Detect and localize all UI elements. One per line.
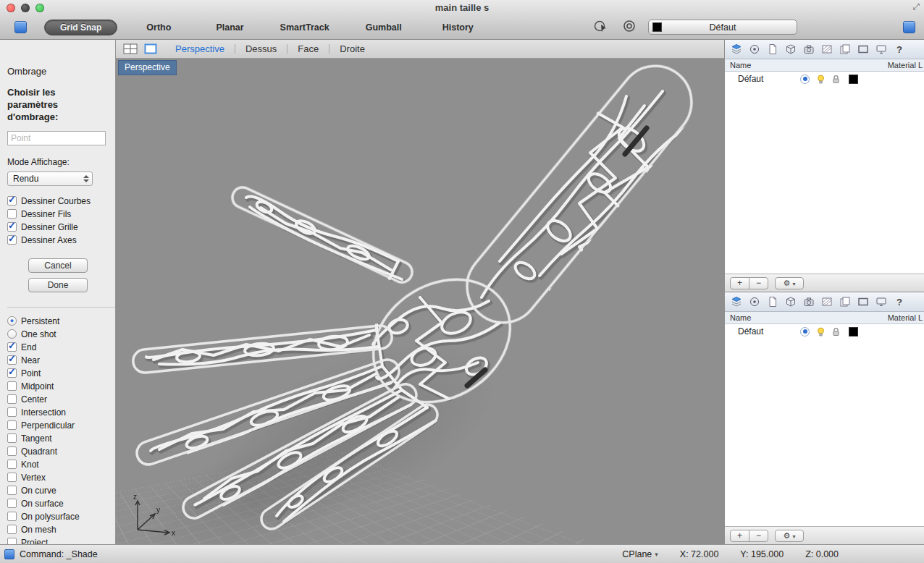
add-layer-button[interactable]: + bbox=[730, 277, 749, 289]
shade-param-input[interactable] bbox=[7, 131, 106, 145]
tab-dessus[interactable]: Dessus bbox=[245, 43, 277, 54]
tab-separator bbox=[329, 44, 329, 54]
layers-panel-top: ? Name Material L Défaut bbox=[725, 40, 924, 292]
osnap-end[interactable]: ✓ End bbox=[7, 341, 115, 354]
tab-separator bbox=[235, 44, 235, 54]
current-layer-icon[interactable] bbox=[800, 327, 810, 336]
camera-icon[interactable] bbox=[801, 295, 817, 308]
osnap-on-mesh[interactable]: On mesh bbox=[7, 523, 115, 536]
shade-option-draw-axes[interactable]: ✓ Dessiner Axes bbox=[7, 234, 115, 247]
tab-droite[interactable]: Droite bbox=[340, 43, 365, 54]
cube-icon[interactable] bbox=[783, 43, 799, 56]
checkbox-icon: ✓ bbox=[7, 342, 17, 352]
target-icon[interactable] bbox=[747, 295, 763, 308]
left-panel-toggle-icon[interactable] bbox=[14, 21, 27, 33]
cancel-button[interactable]: Cancel bbox=[28, 258, 88, 273]
right-sidebar: ? Name Material L Défaut bbox=[724, 40, 924, 544]
viewport-title-badge[interactable]: Perspective bbox=[118, 60, 177, 75]
shade-prompt: Choisir les paramètres d'ombrage: bbox=[7, 87, 101, 124]
main-area: Ombrage Choisir les paramètres d'ombrage… bbox=[0, 40, 924, 544]
osnap-vertex[interactable]: Vertex bbox=[7, 471, 115, 484]
osnap-project[interactable]: Project bbox=[7, 536, 115, 544]
layer-row[interactable]: Défaut bbox=[725, 72, 924, 86]
osnap-knot[interactable]: Knot bbox=[7, 458, 115, 471]
active-layer-selector[interactable]: Défaut bbox=[648, 20, 797, 35]
viewport-column: Perspective Dessus Face Droite Perspecti… bbox=[116, 40, 724, 544]
layers-icon[interactable] bbox=[728, 295, 744, 308]
shade-option-draw-grid[interactable]: ✓ Dessiner Grille bbox=[7, 221, 115, 234]
lightbulb-icon[interactable] bbox=[816, 327, 826, 336]
ortho-toggle[interactable]: Ortho bbox=[146, 22, 171, 33]
smarttrack-toggle[interactable]: SmartTrack bbox=[280, 22, 329, 33]
minimize-button[interactable] bbox=[21, 4, 30, 12]
pointer-circle-icon[interactable] bbox=[593, 20, 608, 35]
current-layer-icon[interactable] bbox=[800, 75, 810, 84]
frame-icon[interactable] bbox=[855, 295, 871, 308]
lock-icon[interactable] bbox=[832, 327, 840, 336]
osnap-near[interactable]: ✓ Near bbox=[7, 354, 115, 367]
display-icon[interactable] bbox=[873, 295, 889, 308]
layers-icon[interactable] bbox=[728, 43, 744, 56]
osnap-tangent[interactable]: Tangent bbox=[7, 432, 115, 445]
layer-row[interactable]: Défaut bbox=[725, 324, 924, 339]
history-toggle[interactable]: History bbox=[442, 22, 474, 33]
osnap-midpoint[interactable]: Midpoint bbox=[7, 380, 115, 393]
lightbulb-icon[interactable] bbox=[816, 75, 826, 84]
grid-snap-toggle[interactable]: Grid Snap bbox=[44, 20, 117, 35]
shade-option-draw-curves[interactable]: ✓ Dessiner Courbes bbox=[7, 195, 115, 208]
checkbox-icon bbox=[7, 486, 17, 495]
osnap-point[interactable]: ✓ Point bbox=[7, 367, 115, 380]
radio-one-shot[interactable]: One shot bbox=[7, 328, 115, 341]
layer-options-button[interactable]: ⚙ ▾ bbox=[775, 277, 804, 289]
display-icon[interactable] bbox=[873, 43, 889, 56]
layer-color-swatch[interactable] bbox=[849, 75, 858, 84]
layers-column-headers: Name Material L bbox=[725, 312, 924, 324]
close-button[interactable] bbox=[7, 4, 15, 12]
add-layer-button[interactable]: + bbox=[730, 530, 749, 542]
new-page-icon[interactable] bbox=[765, 43, 781, 56]
material-hatch-icon[interactable] bbox=[819, 43, 835, 56]
osnap-center[interactable]: Center bbox=[7, 393, 115, 406]
viewport-canvas[interactable]: Perspective bbox=[116, 59, 724, 544]
sheets-icon[interactable] bbox=[837, 43, 853, 56]
single-viewport-icon[interactable] bbox=[144, 43, 157, 54]
help-icon[interactable]: ? bbox=[891, 43, 907, 56]
command-line[interactable]: Command: _Shade bbox=[20, 549, 98, 559]
right-panel-toggle-icon[interactable] bbox=[903, 21, 915, 33]
fullscreen-icon[interactable]: ⤢ bbox=[912, 1, 920, 12]
tab-perspective[interactable]: Perspective bbox=[175, 43, 224, 54]
checkbox-icon: ✓ bbox=[7, 368, 17, 378]
titlebar: main taille s ⤢ bbox=[0, 0, 924, 15]
osnap-intersection[interactable]: Intersection bbox=[7, 406, 115, 419]
target-icon[interactable] bbox=[747, 43, 763, 56]
osnap-quadrant[interactable]: Quadrant bbox=[7, 445, 115, 458]
frame-icon[interactable] bbox=[855, 43, 871, 56]
radio-persistent[interactable]: ● Persistent bbox=[7, 315, 115, 328]
material-hatch-icon[interactable] bbox=[819, 295, 835, 308]
shade-option-draw-wires[interactable]: Dessiner Fils bbox=[7, 208, 115, 221]
planar-toggle[interactable]: Planar bbox=[216, 22, 243, 33]
new-page-icon[interactable] bbox=[765, 295, 781, 308]
lock-icon[interactable] bbox=[832, 75, 840, 84]
cplane-selector[interactable]: CPlane ▾ bbox=[622, 549, 658, 559]
osnap-on-curve[interactable]: On curve bbox=[7, 484, 115, 497]
command-prompt-icon[interactable] bbox=[4, 549, 14, 559]
concentric-circles-icon[interactable] bbox=[622, 20, 637, 35]
sheets-icon[interactable] bbox=[837, 295, 853, 308]
cube-icon[interactable] bbox=[783, 295, 799, 308]
layer-options-button[interactable]: ⚙ ▾ bbox=[775, 530, 804, 542]
four-viewports-icon[interactable] bbox=[123, 43, 138, 54]
camera-icon[interactable] bbox=[801, 43, 817, 56]
zoom-button[interactable] bbox=[35, 4, 44, 12]
done-button[interactable]: Done bbox=[28, 278, 88, 292]
tab-face[interactable]: Face bbox=[298, 43, 319, 54]
gumball-toggle[interactable]: Gumball bbox=[366, 22, 402, 33]
display-mode-dropdown[interactable]: Rendu bbox=[7, 172, 93, 186]
help-icon[interactable]: ? bbox=[891, 295, 907, 308]
osnap-perpendicular[interactable]: Perpendicular bbox=[7, 419, 115, 432]
osnap-on-surface[interactable]: On surface bbox=[7, 497, 115, 510]
remove-layer-button[interactable]: − bbox=[749, 530, 768, 542]
osnap-on-polysurface[interactable]: On polysurface bbox=[7, 510, 115, 523]
layer-color-swatch[interactable] bbox=[849, 327, 858, 336]
remove-layer-button[interactable]: − bbox=[749, 277, 768, 289]
